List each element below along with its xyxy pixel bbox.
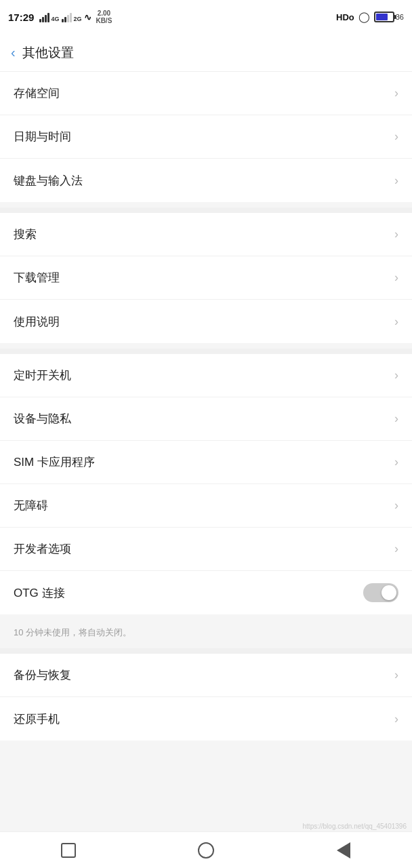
chevron-icon: › [394,542,398,556]
storage-label: 存储空间 [14,85,60,101]
chevron-icon: › [394,412,398,426]
list-item[interactable]: SIM 卡应用程序 › [0,441,412,484]
chevron-icon: › [394,271,398,285]
list-item[interactable]: 日期与时间 › [0,115,412,159]
chevron-icon: › [394,174,398,188]
download-right: › [394,271,398,285]
network1-badge: 4G [51,16,59,22]
divider-2 [0,349,412,354]
list-item[interactable]: 设备与隐私 › [0,397,412,441]
chevron-icon: › [394,130,398,144]
alarm-icon: ◯ [358,11,370,23]
list-item[interactable]: 无障碍 › [0,484,412,528]
wifi-icon: ∿ [84,12,91,22]
backup-label: 备份与恢复 [14,667,71,683]
page-title: 其他设置 [22,44,74,62]
manual-right: › [394,315,398,329]
otg-subtext: 10 分钟未使用，将自动关闭。 [0,620,412,648]
section-4: 备份与恢复 › 还原手机 › [0,654,412,741]
section-2: 搜索 › 下载管理 › 使用说明 › [0,213,412,343]
status-bar: 17:29 4G 2G ∿ [0,0,412,34]
sim-label: SIM 卡应用程序 [14,454,95,470]
chevron-icon: › [394,712,398,726]
list-item[interactable]: 定时开关机 › [0,354,412,397]
hbo-label: HDo [336,12,354,22]
developer-label: 开发者选项 [14,541,71,557]
list-item[interactable]: 下载管理 › [0,256,412,300]
search-label: 搜索 [14,226,37,242]
storage-right: › [394,86,398,100]
nav-bar [0,831,412,868]
back-button[interactable]: ‹ [11,45,16,60]
recent-apps-icon [61,843,76,858]
otg-item[interactable]: OTG 连接 [0,571,412,614]
nav-recent-button[interactable] [0,832,138,868]
chevron-icon: › [394,315,398,329]
divider-3 [0,648,412,654]
status-left: 17:29 4G 2G ∿ [8,9,112,24]
search-right: › [394,227,398,241]
divider-1 [0,208,412,213]
reset-right: › [394,712,398,726]
timer-label: 定时开关机 [14,368,71,383]
chevron-icon: › [394,498,398,513]
chevron-icon: › [394,668,398,682]
chevron-icon: › [394,368,398,382]
datetime-label: 日期与时间 [14,129,71,144]
accessibility-label: 无障碍 [14,498,48,513]
list-item[interactable]: 使用说明 › [0,300,412,343]
accessibility-right: › [394,498,398,513]
privacy-label: 设备与隐私 [14,411,71,427]
status-time: 17:29 [8,12,34,23]
nav-home-button[interactable] [138,832,275,868]
download-label: 下载管理 [14,270,60,285]
network2-badge: 2G [73,16,81,22]
manual-label: 使用说明 [14,314,60,330]
battery: 36 [374,12,404,22]
nav-back-button[interactable] [274,832,412,868]
list-item[interactable]: 搜索 › [0,213,412,256]
section-3: 定时开关机 › 设备与隐私 › SIM 卡应用程序 › 无障碍 › 开发者选项 … [0,354,412,614]
otg-label: OTG 连接 [14,585,65,601]
sim-right: › [394,455,398,469]
developer-right: › [394,542,398,556]
keyboard-label: 键盘与输入法 [14,173,83,189]
battery-fill [376,14,388,20]
chevron-icon: › [394,227,398,241]
privacy-right: › [394,412,398,426]
chevron-icon: › [394,86,398,100]
list-item[interactable]: 存储空间 › [0,72,412,115]
reset-label: 还原手机 [14,711,60,727]
list-item[interactable]: 键盘与输入法 › [0,159,412,202]
timer-right: › [394,368,398,382]
home-icon [198,842,214,859]
watermark: https://blog.csdn.net/qq_45401396 [303,823,407,830]
list-item[interactable]: 还原手机 › [0,697,412,741]
keyboard-right: › [394,174,398,188]
speed-display: 2.00 KB/S [96,9,112,24]
back-icon [337,842,350,859]
otg-toggle-container [363,583,398,602]
datetime-right: › [394,130,398,144]
header: ‹ 其他设置 [0,34,412,72]
list-item[interactable]: 开发者选项 › [0,528,412,571]
section-1: 存储空间 › 日期与时间 › 键盘与输入法 › [0,72,412,202]
battery-label: 36 [396,13,404,21]
battery-box [374,12,394,22]
backup-right: › [394,668,398,682]
status-right: HDo ◯ 36 [336,11,404,23]
list-item[interactable]: 备份与恢复 › [0,654,412,697]
chevron-icon: › [394,455,398,469]
otg-toggle[interactable] [363,583,398,602]
toggle-knob [382,585,396,600]
